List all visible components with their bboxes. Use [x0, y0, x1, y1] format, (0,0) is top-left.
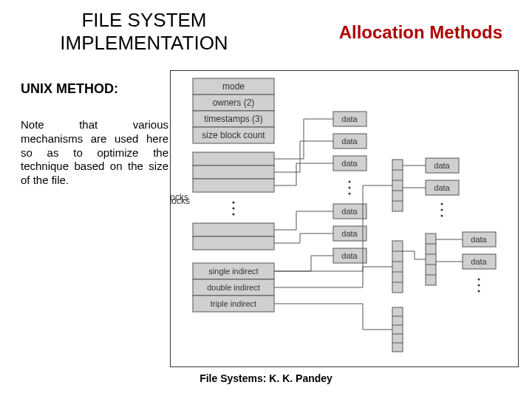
unix-inode-diagram: mode owners (2) timestamps (3) size bloc…	[170, 70, 519, 367]
inode-field: owners (2)	[213, 98, 255, 108]
svg-text:data: data	[341, 137, 358, 146]
svg-rect-6	[193, 179, 274, 192]
svg-point-9	[232, 213, 234, 215]
svg-rect-30	[392, 160, 403, 211]
svg-text:data: data	[434, 183, 450, 192]
svg-point-39	[441, 203, 443, 205]
double-indirect-block-2	[426, 233, 436, 285]
inode-field: double indirect	[207, 283, 260, 292]
svg-rect-4	[193, 152, 274, 166]
svg-point-41	[441, 215, 443, 217]
svg-text:data: data	[341, 159, 358, 168]
svg-rect-5	[193, 166, 274, 179]
svg-text:data: data	[341, 229, 358, 238]
svg-point-7	[232, 201, 234, 203]
svg-point-58	[478, 290, 480, 293]
inode-field: timestamps (3)	[204, 114, 262, 124]
inode-field: single indirect	[208, 267, 258, 276]
inode-field: triple indirect	[211, 299, 256, 308]
double-indirect-block	[392, 241, 403, 293]
single-indirect-block	[392, 160, 403, 211]
data-column-3: data data	[463, 232, 496, 293]
svg-text:data: data	[434, 161, 450, 170]
svg-point-21	[349, 181, 351, 183]
svg-point-8	[232, 207, 234, 209]
section-heading: UNIX METHOD:	[21, 81, 118, 97]
inode-column: mode owners (2) timestamps (3) size bloc…	[171, 78, 274, 312]
svg-point-23	[349, 193, 351, 195]
slide-footer: File Systems: K. K. Pandey	[0, 372, 532, 384]
direct-blocks-text: direct blocks	[171, 196, 190, 206]
inode-field: size block count	[202, 130, 265, 140]
svg-point-56	[478, 279, 480, 281]
section-body: Note that various mechanisms are used he…	[21, 118, 168, 188]
svg-point-40	[441, 209, 443, 211]
data-column-1: data data data data data data	[333, 112, 366, 263]
svg-point-57	[478, 284, 480, 287]
edges	[274, 119, 463, 330]
inode-field: mode	[222, 81, 245, 92]
svg-rect-47	[426, 233, 436, 285]
svg-text:data: data	[341, 251, 358, 260]
svg-point-22	[349, 187, 351, 189]
triple-indirect-block	[392, 307, 403, 352]
svg-rect-42	[392, 241, 403, 293]
svg-rect-11	[193, 236, 274, 250]
svg-rect-59	[392, 307, 403, 352]
svg-text:data: data	[341, 115, 358, 123]
slide-subtitle: Allocation Methods	[339, 22, 502, 43]
svg-text:data: data	[471, 235, 487, 244]
svg-text:data: data	[471, 257, 487, 266]
svg-rect-10	[193, 223, 274, 236]
svg-text:data: data	[341, 207, 358, 216]
data-column-2: data data	[426, 158, 459, 217]
slide-title: FILE SYSTEM IMPLEMENTATION	[37, 9, 251, 55]
